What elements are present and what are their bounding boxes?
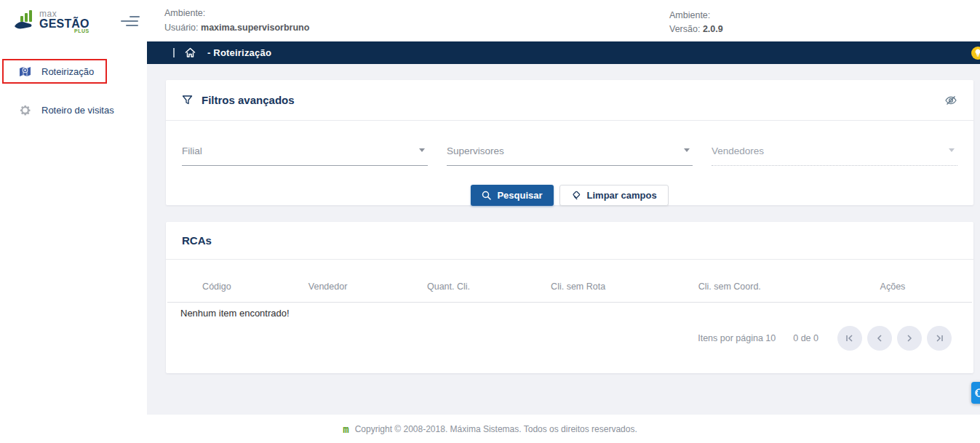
support-widget-icon[interactable] — [971, 382, 980, 404]
environment-label-right: Ambiente: — [669, 9, 723, 23]
column-header-codigo: Código — [166, 282, 268, 302]
rcas-panel: RCAs Código Vendedor Quant. Cli. Cli. se… — [166, 222, 973, 373]
filters-panel: Filtros avançados Filial Supervisores — [166, 80, 973, 205]
lightbulb-icon[interactable] — [971, 47, 980, 60]
logo-max-text: max — [39, 9, 89, 18]
app-window: max GESTÃO PLUS Ambiente: Usuário: maxim… — [0, 0, 980, 443]
pesquisar-button-label: Pesquisar — [497, 190, 542, 201]
pagination: Itens por página 10 0 de 0 — [166, 319, 973, 351]
items-per-page-label: Itens por página 10 — [698, 333, 776, 343]
filial-select[interactable]: Filial — [182, 141, 428, 166]
main-content: - Roteirização Filtros avançados — [147, 41, 980, 415]
user-label: Usuário: — [164, 23, 201, 33]
chevron-down-icon — [949, 148, 955, 152]
empty-table-message: Nenhum item encontrado! — [166, 303, 973, 319]
first-page-button[interactable] — [837, 326, 862, 351]
gear-icon — [19, 104, 31, 116]
rcas-table-header: Código Vendedor Quant. Cli. Cli. sem Rot… — [166, 260, 973, 302]
pesquisar-button[interactable]: Pesquisar — [471, 185, 553, 206]
next-page-button[interactable] — [897, 326, 922, 351]
version-value: 2.0.9 — [703, 24, 723, 34]
last-page-button[interactable] — [927, 326, 952, 351]
search-icon — [482, 191, 491, 200]
limpar-campos-button-label: Limpar campos — [587, 190, 657, 201]
sidebar: Roteirização Roteiro de visitas — [0, 41, 147, 415]
chevron-down-icon — [419, 148, 425, 152]
sidebar-item-label: Roteiro de visitas — [41, 105, 114, 116]
vendedores-select-label: Vendedores — [712, 145, 764, 156]
sidebar-item-roteirizacao[interactable]: Roteirização — [4, 60, 105, 82]
environment-label: Ambiente: — [164, 7, 309, 20]
map-route-icon — [19, 65, 31, 78]
filters-header: Filtros avançados — [166, 80, 973, 121]
menu-toggle-icon[interactable] — [121, 14, 143, 28]
rcas-title: RCAs — [182, 234, 212, 247]
column-header-vendedor: Vendedor — [268, 282, 388, 302]
version-label: Versão: — [669, 24, 703, 34]
app-logo[interactable]: max GESTÃO PLUS — [13, 9, 100, 33]
limpar-campos-button[interactable]: Limpar campos — [559, 185, 669, 206]
sidebar-item-roteiro-de-visitas[interactable]: Roteiro de visitas — [0, 99, 147, 121]
filters-title: Filtros avançados — [202, 94, 295, 106]
eye-off-icon[interactable] — [944, 94, 957, 107]
logo-hand-chart-icon — [13, 9, 38, 33]
column-header-cli-sem-rota: Cli. sem Rota — [509, 282, 648, 302]
column-header-quant-cli: Quant. Cli. — [388, 282, 509, 302]
column-header-acoes: Ações — [812, 282, 973, 302]
eraser-icon — [571, 191, 581, 201]
environment-user-info: Ambiente: Usuário: maxima.supervisorbrun… — [164, 7, 309, 35]
breadcrumb-bar: - Roteirização — [147, 41, 980, 64]
supervisores-select[interactable]: Supervisores — [447, 141, 693, 166]
filter-buttons-row: Pesquisar Limpar campos — [166, 185, 973, 206]
previous-page-button[interactable] — [867, 326, 892, 351]
copyright-text: Copyright © 2008-2018. Máxima Sistemas. … — [355, 424, 637, 434]
maxima-mark-icon: m — [343, 424, 348, 434]
page-footer: m Copyright © 2008-2018. Máxima Sistemas… — [0, 415, 980, 443]
sidebar-item-label: Roteirização — [41, 66, 94, 77]
chevron-down-icon — [684, 148, 690, 152]
breadcrumb-separator — [173, 48, 175, 57]
vendedores-select[interactable]: Vendedores — [712, 141, 957, 166]
top-header: max GESTÃO PLUS Ambiente: Usuário: maxim… — [0, 0, 980, 41]
supervisores-select-label: Supervisores — [447, 145, 504, 156]
user-value: maxima.supervisorbruno — [201, 23, 309, 33]
filter-fields-row: Filial Supervisores Vendedores — [166, 121, 973, 166]
rcas-header: RCAs — [166, 222, 973, 260]
filter-funnel-icon — [182, 95, 193, 105]
home-icon[interactable] — [184, 47, 196, 59]
filial-select-label: Filial — [182, 145, 202, 156]
environment-version-info: Ambiente: Versão: 2.0.9 — [669, 9, 723, 37]
column-header-cli-sem-coord: Cli. sem Coord. — [648, 282, 812, 302]
breadcrumb-title: - Roteirização — [207, 47, 271, 58]
pagination-range: 0 de 0 — [793, 333, 818, 343]
